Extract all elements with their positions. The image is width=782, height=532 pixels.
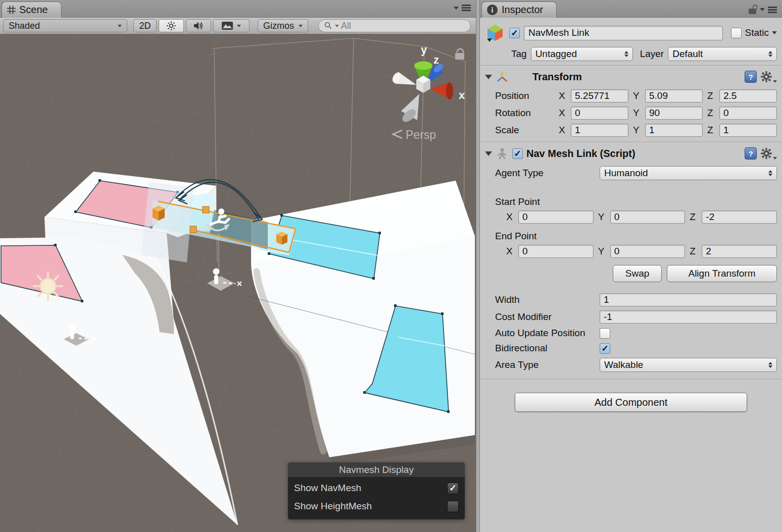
- tab-inspector[interactable]: i Inspector: [481, 2, 557, 18]
- gear-icon[interactable]: [760, 71, 777, 83]
- agent-type-label: Agent Type: [495, 168, 600, 179]
- navmeshlink-header[interactable]: ✓ Nav Mesh Link (Script) ?: [480, 142, 782, 164]
- static-dropdown-icon[interactable]: [772, 31, 777, 34]
- link-start-cube[interactable]: [153, 205, 165, 221]
- light-gizmo-icon[interactable]: [34, 272, 62, 300]
- search-value: All: [341, 21, 351, 31]
- area-type-label: Area Type: [495, 359, 600, 370]
- shading-mode-label: Shaded: [9, 21, 40, 31]
- show-heightmesh-checkbox[interactable]: [447, 501, 459, 512]
- show-heightmesh-label: Show HeightMesh: [294, 501, 372, 512]
- scene-pane-menu-icon[interactable]: [462, 5, 471, 11]
- add-component-button[interactable]: Add Component: [515, 393, 747, 412]
- axis-z-label: Z: [707, 125, 719, 136]
- link-end-cube[interactable]: [276, 232, 287, 245]
- inspector-pane-menu-icon[interactable]: [768, 7, 777, 13]
- scale-z-field[interactable]: 1: [719, 124, 777, 137]
- chevron-down-icon: [299, 25, 303, 27]
- rotation-x-field[interactable]: 0: [571, 107, 628, 120]
- foldout-icon[interactable]: [485, 75, 492, 79]
- scene-lighting-button[interactable]: [159, 19, 184, 32]
- position-y-field[interactable]: 5.09: [645, 89, 703, 102]
- width-label: Width: [495, 294, 600, 305]
- rotation-y-field[interactable]: 90: [645, 107, 703, 120]
- rotation-row: Rotation X 0 Y 90 Z 0: [480, 104, 782, 122]
- inspector-lock-icon[interactable]: [749, 5, 757, 15]
- scene-pane-dropdown-icon[interactable]: [454, 7, 459, 10]
- axis-y-label: Y: [633, 108, 645, 119]
- show-navmesh-checkbox[interactable]: ✓: [447, 483, 459, 494]
- projection-label[interactable]: Persp: [406, 128, 436, 141]
- align-transform-button[interactable]: Align Transform: [667, 265, 777, 282]
- scale-label: Scale: [495, 125, 559, 136]
- static-label: Static: [745, 27, 769, 38]
- position-x-field[interactable]: 5.25771: [571, 89, 628, 102]
- scale-y-field[interactable]: 1: [645, 124, 703, 137]
- end-point-y-field[interactable]: 0: [610, 245, 686, 258]
- link-edge-handle[interactable]: [190, 226, 197, 233]
- start-point-y-field[interactable]: 0: [610, 210, 686, 224]
- transform-header[interactable]: Transform ?: [480, 66, 782, 87]
- area-type-dropdown[interactable]: Walkable: [600, 358, 777, 372]
- static-checkbox[interactable]: [731, 28, 742, 38]
- auto-update-checkbox[interactable]: [600, 328, 610, 339]
- inspector-pane-dropdown-icon[interactable]: [760, 8, 765, 11]
- rotation-z-field[interactable]: 0: [719, 107, 777, 120]
- start-point-x-field[interactable]: 0: [518, 210, 594, 224]
- tag-dropdown[interactable]: Untagged: [531, 47, 633, 61]
- swap-button[interactable]: Swap: [613, 265, 662, 282]
- sun-icon: [166, 21, 176, 31]
- gameobject-enabled-checkbox[interactable]: ✓: [509, 28, 520, 38]
- bidirectional-label: Bidirectional: [495, 343, 600, 354]
- scene-tabstrip: Scene: [0, 0, 476, 18]
- bidirectional-checkbox[interactable]: ✓: [600, 343, 610, 354]
- navmeshlink-title: Nav Mesh Link (Script): [526, 148, 741, 159]
- toggle-2d-button[interactable]: 2D: [133, 19, 157, 32]
- help-icon[interactable]: ?: [745, 71, 757, 83]
- auto-update-row: Auto Update Position: [480, 326, 782, 341]
- transform-icon: [496, 70, 509, 83]
- gameobject-name-field[interactable]: NavMesh Link: [524, 26, 723, 40]
- chevron-down-icon: [237, 25, 241, 27]
- cost-modifier-label: Cost Modifier: [495, 311, 600, 323]
- end-point-x-field[interactable]: 0: [518, 245, 594, 258]
- layer-value: Default: [672, 48, 765, 60]
- transform-title: Transform: [512, 71, 582, 83]
- end-point-z-field[interactable]: 2: [702, 245, 777, 258]
- search-icon: [324, 21, 333, 30]
- link-edge-handle[interactable]: [203, 206, 209, 213]
- width-field[interactable]: 1: [600, 293, 777, 306]
- scene-search-input[interactable]: All: [318, 19, 471, 32]
- panel-resize-handle[interactable]: [476, 0, 480, 532]
- gameobject-cube-icon[interactable]: [485, 23, 505, 43]
- shading-mode-dropdown[interactable]: Shaded: [3, 19, 127, 32]
- position-z-field[interactable]: 2.5: [719, 89, 777, 102]
- tab-scene[interactable]: Scene: [2, 2, 62, 18]
- scene-audio-button[interactable]: [186, 19, 211, 32]
- axis-x-label: x: [459, 89, 465, 101]
- axis-x-label: X: [559, 125, 571, 136]
- scene-toolbar: Shaded 2D: [0, 18, 476, 34]
- gear-icon[interactable]: [760, 147, 777, 159]
- navmeshlink-enabled-checkbox[interactable]: ✓: [512, 148, 523, 159]
- scene-tab-label: Scene: [19, 4, 48, 16]
- layer-dropdown[interactable]: Default: [668, 47, 777, 61]
- foldout-icon[interactable]: [485, 151, 492, 156]
- layer-label: Layer: [640, 48, 664, 60]
- scene-viewport[interactable]: y z x Persp: [0, 34, 476, 532]
- axis-z-label: Z: [690, 246, 702, 257]
- updown-icon: [768, 170, 772, 176]
- scale-x-field[interactable]: 1: [571, 124, 628, 137]
- cost-modifier-row: Cost Modifier -1: [480, 308, 782, 326]
- scene-effects-button[interactable]: [213, 19, 250, 32]
- gear-dropdown-icon: [773, 80, 777, 83]
- cost-modifier-field[interactable]: -1: [600, 310, 777, 324]
- start-point-z-field[interactable]: -2: [702, 210, 777, 224]
- axis-y-label: Y: [633, 90, 645, 101]
- agent-type-dropdown[interactable]: Humanoid: [600, 166, 777, 180]
- help-icon[interactable]: ?: [745, 147, 757, 159]
- gizmos-dropdown[interactable]: Gizmos: [258, 19, 308, 32]
- rotation-label: Rotation: [495, 108, 559, 119]
- axis-x-label: X: [506, 211, 518, 223]
- position-label: Position: [495, 90, 559, 101]
